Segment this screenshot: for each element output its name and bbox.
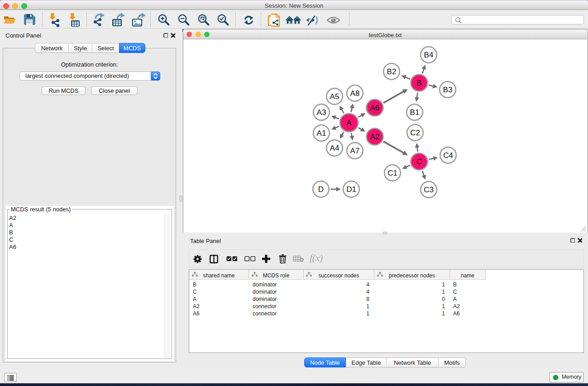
svg-text:A5: A5 [330, 92, 339, 101]
svg-text:A4: A4 [330, 144, 339, 152]
svg-text:A2: A2 [370, 133, 380, 141]
svg-text:B4: B4 [424, 51, 434, 59]
svg-text:C1: C1 [387, 169, 397, 177]
svg-text:D1: D1 [346, 185, 356, 194]
svg-text:A1: A1 [317, 129, 326, 138]
svg-text:A7: A7 [350, 147, 360, 155]
svg-text:C: C [416, 157, 422, 166]
svg-text:D: D [318, 185, 324, 194]
svg-text:B2: B2 [387, 67, 397, 76]
svg-text:A3: A3 [317, 108, 326, 117]
svg-text:A8: A8 [350, 89, 360, 98]
svg-text:B1: B1 [410, 108, 420, 117]
svg-text:B: B [416, 79, 421, 87]
svg-text:A6: A6 [370, 104, 380, 112]
svg-text:A: A [346, 119, 352, 127]
svg-text:C3: C3 [424, 186, 434, 194]
svg-text:C4: C4 [443, 151, 453, 160]
svg-text:C2: C2 [410, 129, 420, 137]
svg-text:B3: B3 [443, 86, 453, 94]
